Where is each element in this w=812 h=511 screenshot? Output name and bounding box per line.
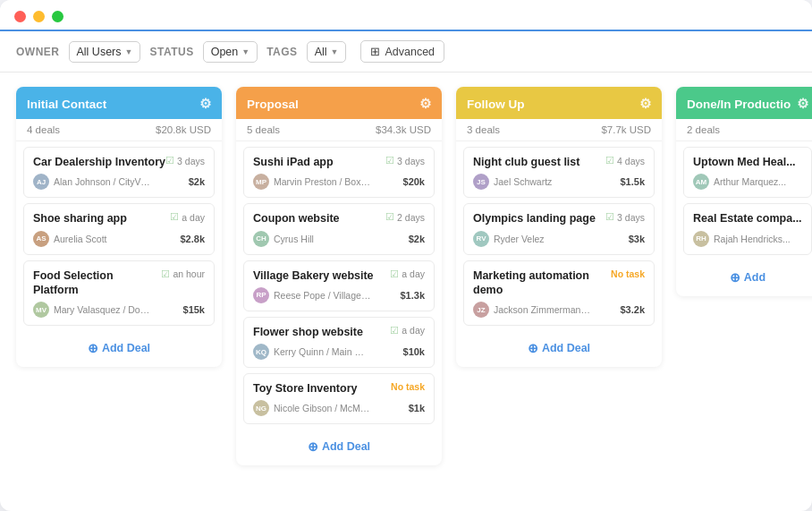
- col-title-proposal: Proposal: [247, 98, 299, 111]
- deal-meta: JS Jael Schwartz $1.5k: [473, 174, 645, 190]
- deal-meta: AJ Alan Johnson / CityVille... $2k: [33, 174, 205, 190]
- title-bar: [0, 0, 812, 31]
- deal-amount: $3.2k: [620, 304, 645, 315]
- deal-title: Car Dealership Inventory: [33, 155, 165, 169]
- deal-card[interactable]: Flower shop website ☑ a day KQ Kerry Qui…: [243, 317, 435, 368]
- owner-chevron: ▼: [125, 47, 133, 56]
- deal-person: KQ Kerry Quinn / Main We...: [253, 344, 372, 360]
- col-total-follow-up: $7.7k USD: [601, 124, 651, 135]
- deal-meta: AS Aurelia Scott $2.8k: [33, 231, 205, 247]
- avatar: AJ: [33, 174, 49, 190]
- avatar: CH: [253, 231, 269, 247]
- deal-amount: $15k: [183, 304, 205, 315]
- avatar: NG: [253, 400, 269, 416]
- deal-badge: ☑ a day: [170, 211, 205, 223]
- deal-card[interactable]: Olympics landing page ☑ 3 days RV Ryder …: [463, 203, 655, 254]
- deal-card[interactable]: Coupon website ☑ 2 days CH Cyrus Hill $2…: [243, 203, 435, 254]
- col-body-initial-contact: Car Dealership Inventory ☑ 3 days AJ Ala…: [16, 141, 222, 331]
- advanced-label: Advanced: [385, 46, 435, 58]
- check-icon: ☑: [605, 211, 614, 223]
- avatar: MV: [33, 302, 49, 318]
- deal-badge: ☑ an hour: [161, 268, 205, 280]
- deal-card[interactable]: Night club guest list ☑ 4 days JS Jael S…: [463, 147, 655, 198]
- deal-meta: MP Marvin Preston / Box S... $20k: [253, 174, 425, 190]
- plus-icon: ⊕: [730, 270, 740, 285]
- deal-card[interactable]: Marketing automation demo No task JZ Jac…: [463, 260, 655, 327]
- status-chevron: ▼: [241, 47, 250, 56]
- deal-person: NG Nicole Gibson / McMa...: [253, 400, 372, 416]
- deal-person-name: Arthur Marquez...: [714, 176, 786, 187]
- close-button[interactable]: [14, 11, 26, 22]
- deal-card[interactable]: Sushi iPad app ☑ 3 days MP Marvin Presto…: [243, 147, 435, 198]
- deal-amount: $1.3k: [400, 290, 425, 301]
- deal-card[interactable]: Village Bakery website ☑ a day RP Reese …: [243, 260, 435, 311]
- owner-select[interactable]: All Users ▼: [69, 41, 141, 63]
- advanced-button[interactable]: ⊞ Advanced: [360, 40, 444, 63]
- deal-amount: $20k: [403, 176, 425, 187]
- col-settings-icon-done-production[interactable]: ⚙: [797, 96, 808, 112]
- add-deal-label: Add: [744, 271, 765, 284]
- deal-person-name: Rajah Hendricks...: [714, 234, 791, 244]
- col-deals-count-initial-contact: 4 deals: [27, 124, 60, 135]
- check-icon: ☑: [385, 155, 394, 166]
- filter-icon: ⊞: [370, 45, 380, 58]
- check-icon: ☑: [385, 211, 394, 223]
- deal-person: RV Ryder Velez: [473, 231, 545, 247]
- deal-person: JZ Jackson Zimmerman / ...: [473, 302, 592, 318]
- col-settings-icon-proposal[interactable]: ⚙: [419, 96, 431, 112]
- column-follow-up: Follow Up ⚙ 3 deals $7.7k USD Night club…: [456, 87, 662, 367]
- deal-badge: ☑ 3 days: [165, 155, 205, 166]
- deal-person-name: Cyrus Hill: [274, 234, 314, 244]
- add-deal-label: Add Deal: [102, 342, 150, 354]
- deal-title: Food Selection Platform: [33, 268, 161, 298]
- deal-title: Olympics landing page: [473, 211, 605, 226]
- deal-badge: ☑ a day: [390, 268, 425, 280]
- main-window: OWNER All Users ▼ STATUS Open ▼ TAGS All…: [0, 0, 812, 511]
- owner-value: All Users: [77, 46, 122, 58]
- deal-amount: $10k: [403, 346, 425, 357]
- add-deal-label: Add Deal: [322, 440, 370, 453]
- check-icon: ☑: [161, 268, 170, 280]
- check-icon: ☑: [390, 268, 399, 280]
- add-deal-button-initial-contact[interactable]: ⊕ Add Deal: [23, 336, 215, 360]
- check-icon: ☑: [390, 325, 399, 336]
- plus-icon: ⊕: [528, 341, 538, 355]
- deal-badge: ☑ a day: [390, 325, 425, 336]
- deal-person-name: Marvin Preston / Box S...: [274, 176, 372, 187]
- avatar: AS: [33, 231, 49, 247]
- col-settings-icon-initial-contact[interactable]: ⚙: [199, 96, 211, 112]
- add-deal-button-proposal[interactable]: ⊕ Add Deal: [243, 435, 435, 458]
- avatar: RV: [473, 231, 489, 247]
- col-body-follow-up: Night club guest list ☑ 4 days JS Jael S…: [456, 141, 662, 331]
- col-settings-icon-follow-up[interactable]: ⚙: [639, 96, 651, 112]
- deal-card[interactable]: Uptown Med Heal... AM Arthur Marquez...: [683, 147, 812, 198]
- deal-person-name: Kerry Quinn / Main We...: [274, 346, 372, 357]
- add-deal-label: Add Deal: [542, 342, 590, 354]
- maximize-button[interactable]: [52, 11, 63, 22]
- col-header-initial-contact: Initial Contact ⚙: [16, 87, 222, 119]
- tags-select[interactable]: All ▼: [307, 41, 347, 63]
- plus-icon: ⊕: [308, 439, 318, 454]
- deal-card[interactable]: Car Dealership Inventory ☑ 3 days AJ Ala…: [23, 147, 215, 198]
- owner-label: OWNER: [16, 46, 60, 58]
- deal-amount: $3k: [629, 234, 645, 244]
- minimize-button[interactable]: [33, 11, 45, 22]
- tags-chevron: ▼: [331, 47, 339, 56]
- deal-badge: ☑ 4 days: [605, 155, 645, 166]
- deal-card[interactable]: Toy Store Inventory No task NG Nicole Gi…: [243, 373, 435, 424]
- status-select[interactable]: Open ▼: [203, 41, 258, 63]
- deal-person: RP Reese Pope / Village C...: [253, 287, 372, 303]
- deal-amount: $1.5k: [620, 176, 645, 187]
- col-meta-proposal: 5 deals $34.3k USD: [236, 119, 442, 141]
- deal-person-name: Mary Valasquez / Dou...: [54, 304, 152, 315]
- add-deal-button-follow-up[interactable]: ⊕ Add Deal: [463, 336, 655, 360]
- deal-card[interactable]: Shoe sharing app ☑ a day AS Aurelia Scot…: [23, 203, 215, 254]
- deal-meta: AM Arthur Marquez...: [693, 174, 802, 190]
- deal-title: Night club guest list: [473, 155, 605, 169]
- deal-person-name: Reese Pope / Village C...: [274, 290, 372, 301]
- deal-card[interactable]: Food Selection Platform ☑ an hour MV Mar…: [23, 260, 215, 327]
- add-deal-button-done-production[interactable]: ⊕ Add: [683, 266, 812, 289]
- deal-card[interactable]: Real Estate compa... RH Rajah Hendricks.…: [683, 203, 812, 254]
- avatar: MP: [253, 174, 269, 190]
- avatar: RH: [693, 231, 709, 247]
